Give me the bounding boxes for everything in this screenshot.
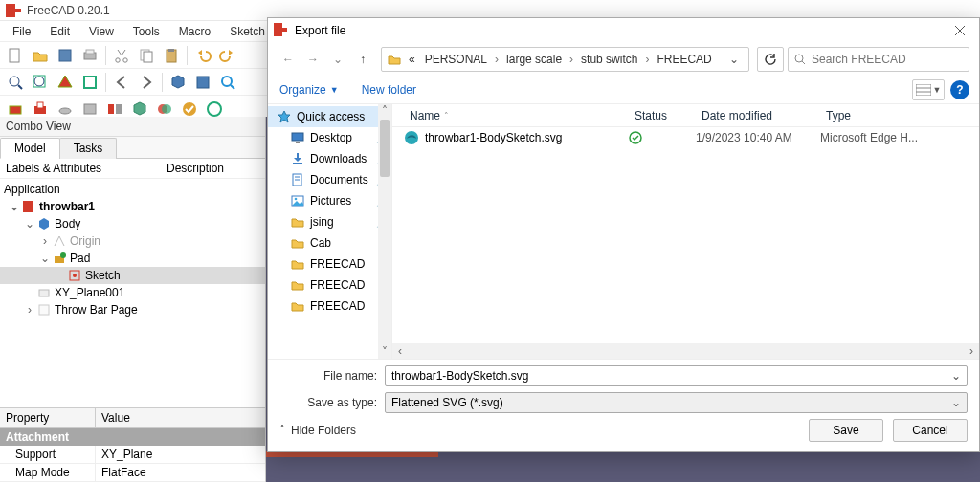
sidebar-item[interactable]: Documents📌 (268, 169, 391, 190)
scroll-right-icon[interactable]: › (964, 343, 979, 359)
tree-sketch[interactable]: Sketch (0, 267, 265, 284)
sidebar-item[interactable]: Desktop📌 (268, 127, 391, 148)
sidebar-item[interactable]: Quick access (268, 106, 391, 127)
file-columns[interactable]: Name˄ Status Date modified Type (392, 104, 979, 127)
col-name[interactable]: Name˄ (404, 109, 629, 122)
expand-icon[interactable]: › (23, 303, 36, 317)
desktop-icon (291, 131, 304, 144)
breadcrumb-item[interactable]: PERSONAL (421, 53, 491, 66)
menu-edit[interactable]: Edit (41, 22, 78, 41)
new-icon[interactable] (4, 44, 27, 67)
new-folder-button[interactable]: New folder (360, 79, 418, 100)
pic-icon (291, 194, 304, 208)
folder-icon (291, 278, 304, 292)
collapse-icon[interactable]: ⌄ (38, 252, 52, 265)
nav-left-icon[interactable] (110, 71, 133, 94)
iso-icon[interactable] (167, 71, 189, 94)
tree-app[interactable]: Application (0, 181, 265, 198)
scroll-thumb[interactable] (380, 120, 390, 177)
tab-model[interactable]: Model (0, 138, 60, 159)
svg-rect-39 (274, 23, 282, 36)
nav-recent-icon[interactable]: ⌄ (327, 49, 348, 70)
sidebar-item[interactable]: FREECAD (268, 253, 391, 274)
copy-icon[interactable] (135, 44, 158, 67)
nav-right-icon[interactable] (135, 71, 158, 94)
col-type[interactable]: Type (820, 109, 979, 122)
expand-icon[interactable]: › (38, 234, 52, 248)
tree-pad[interactable]: ⌄ Pad (0, 250, 265, 267)
breadcrumb-item[interactable]: stub switch (577, 53, 641, 66)
open-icon[interactable] (29, 44, 52, 67)
sidebar-item[interactable]: Downloads📌 (268, 148, 391, 169)
tree-page[interactable]: › Throw Bar Page (0, 301, 265, 318)
scroll-down-icon[interactable]: ˅ (378, 345, 391, 359)
model-tree[interactable]: Application ⌄ throwbar1 ⌄ Body › Origin … (0, 179, 265, 407)
help-icon[interactable]: ? (950, 80, 969, 99)
cut-icon[interactable] (110, 44, 133, 67)
bbox-icon[interactable] (78, 71, 101, 94)
prop-col-value: Value (96, 408, 136, 427)
menu-macro[interactable]: Macro (170, 22, 219, 41)
nav-up-icon[interactable]: ↑ (352, 49, 373, 70)
front-icon[interactable] (191, 71, 214, 94)
menu-view[interactable]: View (80, 22, 122, 41)
organize-button[interactable]: Organize▼ (278, 79, 341, 100)
scrollbar-horizontal[interactable]: ‹ › (392, 343, 979, 359)
col-status[interactable]: Status (629, 109, 696, 122)
app-icon (274, 23, 289, 38)
sidebar-item[interactable]: FREECAD (268, 296, 391, 317)
tree-doc[interactable]: ⌄ throwbar1 (0, 198, 265, 215)
edge-file-icon (404, 130, 419, 145)
svg-rect-5 (86, 50, 94, 54)
filename-input[interactable]: throwbar1-BodySketch.svg ⌄ (385, 365, 968, 386)
collapse-icon[interactable]: ⌄ (8, 200, 21, 213)
file-row[interactable]: throwbar1-BodySketch.svg1/9/2023 10:40 A… (392, 127, 979, 148)
sidebar-item[interactable]: Cab (268, 232, 391, 253)
saveastype-select[interactable]: Flattened SVG (*.svg) ⌄ (385, 392, 968, 413)
draw-style-icon[interactable] (54, 71, 77, 94)
zoom-all-icon[interactable] (29, 71, 52, 94)
nav-back-icon[interactable]: ← (278, 49, 299, 70)
refresh-icon[interactable] (757, 47, 784, 72)
sidebar[interactable]: Quick accessDesktop📌Downloads📌Documents📌… (268, 104, 392, 359)
undo-icon[interactable] (191, 44, 214, 67)
tree-origin[interactable]: › Origin (0, 232, 265, 250)
close-icon[interactable] (947, 21, 973, 40)
scroll-left-icon[interactable]: ‹ (392, 343, 408, 359)
zoom-icon[interactable] (216, 71, 239, 94)
view-mode-button[interactable]: ▼ (912, 79, 945, 100)
menu-tools[interactable]: Tools (124, 22, 168, 41)
breadcrumb-item[interactable]: large scale (502, 53, 566, 66)
print-icon[interactable] (78, 44, 101, 67)
col-date[interactable]: Date modified (696, 109, 820, 122)
paste-icon[interactable] (160, 44, 183, 67)
save-button[interactable]: Save (809, 419, 883, 442)
chevron-down-icon[interactable]: ⌄ (951, 369, 961, 383)
cancel-button[interactable]: Cancel (893, 419, 968, 442)
breadcrumb-item[interactable]: FREECAD (653, 53, 715, 66)
search-input[interactable]: Search FREECAD (788, 47, 969, 72)
prop-row-mapmode[interactable]: Map Mode FlatFace (0, 464, 265, 482)
breadcrumb[interactable]: « PERSONAL› large scale› stub switch› FR… (381, 47, 749, 72)
collapse-icon[interactable]: ⌄ (23, 217, 36, 230)
sidebar-item[interactable]: jsing📌 (268, 211, 391, 232)
tree-body[interactable]: ⌄ Body (0, 215, 265, 232)
hide-folders-button[interactable]: ˄ Hide Folders (279, 424, 356, 437)
redo-icon[interactable] (216, 44, 239, 67)
scrollbar-vertical[interactable]: ˄˅ (378, 104, 391, 359)
tree-xyplane[interactable]: XY_Plane001 (0, 284, 265, 301)
svg-rect-9 (144, 52, 152, 62)
save-icon[interactable] (54, 44, 77, 67)
prop-row-support[interactable]: Support XY_Plane (0, 446, 265, 464)
chevron-down-icon[interactable]: ⌄ (724, 53, 745, 66)
menu-file[interactable]: File (4, 22, 39, 41)
scroll-up-icon[interactable]: ˄ (378, 104, 391, 118)
sidebar-item[interactable]: FREECAD (268, 274, 391, 296)
app-icon (6, 4, 21, 17)
zoom-fit-icon[interactable] (4, 71, 27, 94)
svg-rect-49 (292, 133, 303, 141)
pad-icon (52, 251, 67, 266)
tab-tasks[interactable]: Tasks (59, 138, 118, 159)
sidebar-item[interactable]: Pictures📌 (268, 190, 391, 211)
menu-sketch[interactable]: Sketch (221, 22, 274, 41)
